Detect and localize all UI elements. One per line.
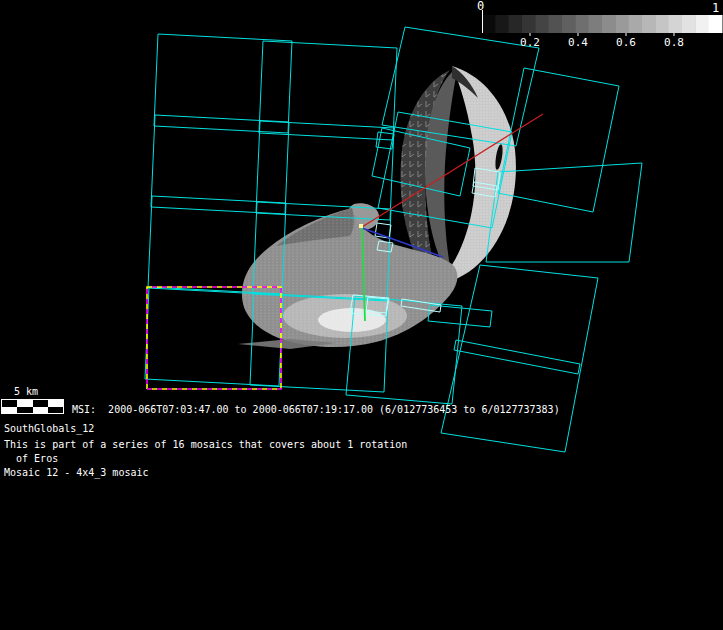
frame-r1c2[interactable] [259, 41, 397, 140]
colorbar-step [682, 15, 696, 33]
scalebar-cell [33, 407, 48, 414]
colorbar-tick-label: 0.2 [520, 36, 540, 49]
colorbar-step [615, 15, 629, 33]
colorbar-step [562, 15, 576, 33]
colorbar-tick-label: 0.6 [616, 36, 636, 49]
scalebar-cell [17, 407, 32, 414]
caption-mosaic-type: Mosaic 12 - 4x4_3 mosaic [4, 467, 149, 479]
caption-mosaic-name: SouthGlobals_12 [4, 423, 94, 435]
colorbar-step [709, 15, 723, 33]
colorbar-step [495, 15, 509, 33]
colorbar-step [482, 15, 496, 33]
frame-right-2[interactable] [498, 68, 619, 212]
colorbar-max-label: 1 [712, 1, 719, 15]
frame-right-3[interactable] [441, 265, 598, 452]
colorbar-step [549, 15, 563, 33]
colorbar-tick-label: 0.4 [568, 36, 588, 49]
colorbar-step [535, 15, 549, 33]
colorbar-step [522, 15, 536, 33]
colorbar-step [629, 15, 643, 33]
frame-right-5[interactable] [428, 305, 492, 327]
colorbar-step [669, 15, 683, 33]
colorbar-min-label: 0 [477, 0, 484, 13]
colorbar-tick-label: 0.8 [664, 36, 684, 49]
asteroid-model [238, 66, 516, 349]
colorbar-step [642, 15, 656, 33]
status-msi-range: MSI: 2000-066T07:03:47.00 to 2000-066T07… [72, 404, 560, 416]
scalebar-cell [48, 407, 63, 414]
caption-description-2: of Eros [4, 453, 58, 465]
colorbar-step [602, 15, 616, 33]
viewer-window: 0 1 0.20.40.60.8 5 km MSI: 2000-066T07:0… [0, 0, 723, 630]
axis-junction-marker [359, 224, 363, 228]
scalebar [1, 399, 64, 414]
colorbar-step [509, 15, 523, 33]
frame-right-4[interactable] [454, 340, 580, 374]
scalebar-label: 5 km [14, 386, 38, 398]
mosaic-canvas[interactable] [0, 0, 723, 630]
caption-description-1: This is part of a series of 16 mosaics t… [4, 439, 407, 451]
colorbar-step [589, 15, 603, 33]
colorbar-step [575, 15, 589, 33]
scalebar-cell [2, 407, 17, 414]
colorbar-step [695, 15, 709, 33]
colorbar-step [655, 15, 669, 33]
